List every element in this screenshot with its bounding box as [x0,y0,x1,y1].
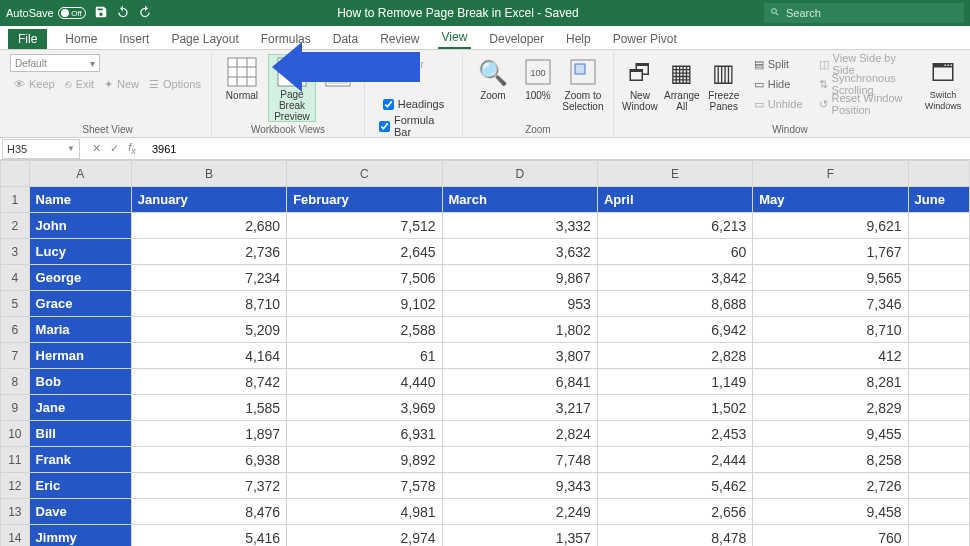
formula-bar-checkbox[interactable]: Formula Bar [377,116,456,136]
table-row: 14Jimmy5,4162,9741,3578,478760 [1,525,970,547]
tab-power-pivot[interactable]: Power Pivot [609,29,681,49]
page-layout-button[interactable]: Page Layout [318,54,358,122]
group-label-workbook-views: Workbook Views [251,124,325,137]
group-label-window: Window [772,124,808,137]
new-button[interactable]: ✦New [100,74,143,94]
table-row: 8Bob8,7424,4406,8411,1498,281 [1,369,970,395]
cell[interactable]: Name [29,187,131,213]
freeze-panes-icon: ▥ [708,56,740,88]
tab-home[interactable]: Home [61,29,101,49]
tab-review[interactable]: Review [376,29,423,49]
cancel-formula-icon[interactable]: ✕ [88,142,104,155]
ribbon-tabs: File Home Insert Page Layout Formulas Da… [0,26,970,50]
table-row: 12Eric7,3727,5789,3435,4622,726 [1,473,970,499]
view-side-by-side-button[interactable]: ◫View Side by Side [815,54,924,74]
tab-data[interactable]: Data [329,29,362,49]
column-header-b[interactable]: B [131,161,286,187]
group-window: 🗗New Window ▦Arrange All ▥Freeze Panes ▤… [614,52,966,137]
select-all-cell[interactable] [1,161,30,187]
group-label-sheet-view: Sheet View [82,124,132,137]
sheet-view-dropdown[interactable]: Default▾ [10,54,100,72]
group-workbook-views: Normal Page Break Preview Page Layout Wo… [212,52,365,137]
enter-formula-icon[interactable]: ✓ [106,142,122,155]
normal-view-button[interactable]: Normal [218,54,266,122]
cell[interactable]: March [442,187,597,213]
row-header[interactable]: 1 [1,187,30,213]
quick-access-toolbar: AutoSave Off [6,5,152,21]
svg-text:100: 100 [530,68,545,78]
tab-page-layout[interactable]: Page Layout [167,29,242,49]
zoom-button[interactable]: 🔍Zoom [469,54,517,122]
headings-checkbox[interactable]: Headings [381,94,446,114]
table-row: 6Maria5,2092,5881,8026,9428,710 [1,317,970,343]
switch-windows-button[interactable]: 🗔Switch Windows [926,54,960,122]
undo-icon[interactable] [116,5,130,21]
cell[interactable]: January [131,187,286,213]
table-row: 5Grace8,7109,1029538,6887,346 [1,291,970,317]
zoom-icon: 🔍 [477,56,509,88]
table-row: 3Lucy2,7362,6453,632601,767 [1,239,970,265]
reset-window-position-button[interactable]: ↺Reset Window Position [815,94,924,114]
page-break-preview-icon [276,57,308,87]
sync-scrolling-button[interactable]: ⇅Synchronous Scrolling [815,74,924,94]
tab-insert[interactable]: Insert [115,29,153,49]
tab-developer[interactable]: Developer [485,29,548,49]
group-sheet-view: Default▾ 👁Keep ⎋Exit ✦New ☰Options Sheet… [4,52,212,137]
save-icon[interactable] [94,5,108,21]
tab-file[interactable]: File [8,29,47,49]
chevron-down-icon[interactable]: ▼ [67,144,75,153]
autosave-toggle[interactable]: AutoSave Off [6,7,86,19]
redo-icon[interactable] [138,5,152,21]
hide-button[interactable]: ▭Hide [750,74,807,94]
page-break-preview-button[interactable]: Page Break Preview [268,54,316,122]
unhide-icon: ▭ [754,98,764,111]
page-layout-icon [322,56,354,88]
column-header-e[interactable]: E [597,161,752,187]
column-header-a[interactable]: A [29,161,131,187]
tab-help[interactable]: Help [562,29,595,49]
exit-button[interactable]: ⎋Exit [61,74,98,94]
switch-windows-icon: 🗔 [927,56,959,88]
svg-rect-0 [228,58,256,86]
search-box[interactable] [764,3,964,23]
tab-view[interactable]: View [438,27,472,49]
arrange-all-icon: ▦ [666,56,698,88]
cell[interactable]: April [597,187,752,213]
group-zoom: 🔍Zoom 100100% Zoom to Selection Zoom [463,52,614,137]
autosave-label: AutoSave [6,7,54,19]
eye-icon: 👁 [14,78,25,90]
toggle-off-icon[interactable]: Off [58,7,86,19]
new-window-button[interactable]: 🗗New Window [620,54,660,122]
arrange-all-button[interactable]: ▦Arrange All [662,54,702,122]
zoom-100-button[interactable]: 100100% [519,54,557,122]
column-header-d[interactable]: D [442,161,597,187]
table-row: 2John2,6807,5123,3326,2139,621 [1,213,970,239]
zoom-selection-icon [567,56,599,88]
sync-scroll-icon: ⇅ [819,78,828,91]
table-row: 4George7,2347,5069,8673,8429,565 [1,265,970,291]
reset-pos-icon: ↺ [819,98,828,111]
unhide-button[interactable]: ▭Unhide [750,94,807,114]
keep-button[interactable]: 👁Keep [10,74,59,94]
cell[interactable]: May [753,187,908,213]
name-box[interactable]: H35 ▼ [2,139,80,159]
new-icon: ✦ [104,78,113,91]
tab-formulas[interactable]: Formulas [257,29,315,49]
exit-icon: ⎋ [65,78,72,90]
search-icon [770,7,780,19]
cell[interactable]: June [908,187,969,213]
column-header-partial[interactable] [908,161,969,187]
worksheet-grid[interactable]: A B C D E F 1 Name January February Marc… [0,160,970,546]
fx-icon[interactable]: fx [124,141,140,156]
zoom-to-selection-button[interactable]: Zoom to Selection [559,54,607,122]
table-row: 11Frank6,9389,8927,7482,4448,258 [1,447,970,473]
column-header-f[interactable]: F [753,161,908,187]
cell[interactable]: February [287,187,442,213]
freeze-panes-button[interactable]: ▥Freeze Panes [704,54,744,122]
ruler-checkbox[interactable]: Ruler [381,54,426,74]
options-button[interactable]: ☰Options [145,74,205,94]
formula-input[interactable] [146,143,970,155]
column-header-c[interactable]: C [287,161,442,187]
search-input[interactable] [786,7,958,19]
split-button[interactable]: ▤Split [750,54,807,74]
